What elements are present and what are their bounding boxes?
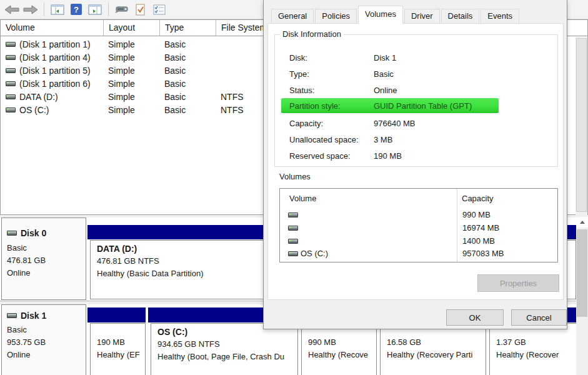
- tab-general[interactable]: General: [271, 9, 314, 24]
- partition-recovery-3[interactable]: 1.37 GB Healthy (Recover: [489, 323, 588, 375]
- info-row-partition-style: Partition style: GUID Partition Table (G…: [275, 98, 557, 113]
- column-header-volume: Volume: [289, 194, 316, 203]
- info-row-type: Type: Basic: [275, 66, 557, 81]
- volume-capacity: 16974 MB: [462, 223, 499, 232]
- info-row-disk: Disk: Disk 1: [275, 50, 557, 65]
- back-icon[interactable]: [2, 1, 21, 18]
- volume-name: DATA (D:): [19, 92, 58, 102]
- volume-layout: Simple: [104, 66, 160, 76]
- volume-capacity: 957083 MB: [462, 249, 504, 258]
- disk-type: Basic: [7, 242, 86, 254]
- forward-icon[interactable]: [21, 1, 40, 18]
- hdd-icon: [6, 42, 16, 47]
- tab-policies[interactable]: Policies: [315, 9, 357, 24]
- volume-type: Basic: [160, 39, 216, 49]
- partition-status: Healthy (EF: [97, 349, 145, 361]
- cancel-button[interactable]: Cancel: [511, 309, 567, 326]
- disk-tool-icon[interactable]: [112, 1, 131, 18]
- partition-status: Healthy (Recovery Parti: [387, 349, 486, 361]
- volume-type: Basic: [160, 52, 216, 62]
- disk-status: Online: [7, 349, 86, 361]
- info-label: Disk:: [289, 53, 374, 62]
- scroll-up-icon[interactable]: [576, 217, 588, 228]
- volume-layout: Simple: [104, 52, 160, 62]
- column-header-type[interactable]: Type: [160, 20, 216, 36]
- volume-type: Basic: [160, 79, 216, 89]
- volume-name: (Disk 1 partition 4): [19, 52, 91, 62]
- hdd-icon: [288, 239, 298, 244]
- partition-recovery-2[interactable]: 16.58 GB Healthy (Recovery Parti: [380, 323, 486, 375]
- hdd-icon: [6, 68, 16, 73]
- volume-list-scrollbar[interactable]: [576, 37, 587, 215]
- volume-layout: Simple: [104, 105, 160, 115]
- partition-size: 934.65 GB NTFS: [157, 338, 297, 351]
- volume-name: (Disk 1 partition 6): [19, 79, 91, 89]
- volume-capacity: 990 MB: [462, 210, 491, 219]
- info-value: Online: [374, 86, 397, 95]
- info-label: Type:: [289, 69, 374, 79]
- partition-os-c[interactable]: OS (C:) 934.65 GB NTFS Healthy (Boot, Pa…: [151, 323, 298, 375]
- disk-name: Disk 1: [21, 311, 46, 321]
- info-label: Status:: [289, 86, 374, 95]
- checklist-icon[interactable]: [150, 1, 169, 18]
- show-console-tree-icon[interactable]: [48, 1, 67, 18]
- column-header-layout[interactable]: Layout: [104, 20, 160, 36]
- show-action-pane-icon[interactable]: [86, 1, 104, 18]
- hdd-icon: [288, 212, 298, 218]
- volume-name: OS (C:): [19, 105, 49, 115]
- hdd-icon: [288, 251, 298, 256]
- disk0-panel[interactable]: Disk 0 Basic 476.81 GB Online: [1, 218, 86, 300]
- disk-size: 476.81 GB: [7, 254, 86, 267]
- check-document-icon[interactable]: [131, 1, 150, 18]
- disk-status: Online: [7, 267, 86, 279]
- disk-properties-dialog: General Policies Volumes Driver Details …: [263, 0, 567, 329]
- partition-efi[interactable]: 190 MB Healthy (EF: [90, 323, 146, 375]
- volumes-tab-page: Disk Information Disk: Disk 1 Type: Basi…: [267, 23, 564, 300]
- dialog-volume-row[interactable]: 16974 MB: [280, 222, 557, 234]
- disk-icon: [7, 231, 17, 236]
- dialog-volume-row[interactable]: 1400 MB: [280, 235, 557, 248]
- info-label: Partition style:: [289, 101, 374, 111]
- partition-status: Healthy (Boot, Page File, Crash Du: [157, 351, 297, 363]
- volume-layout: Simple: [104, 92, 160, 102]
- tab-events[interactable]: Events: [481, 9, 519, 24]
- tab-driver[interactable]: Driver: [404, 9, 440, 24]
- info-row-capacity: Capacity: 976640 MB: [275, 116, 557, 131]
- partition-size: 990 MB: [308, 336, 376, 349]
- tab-details[interactable]: Details: [441, 9, 480, 24]
- properties-button[interactable]: Properties: [477, 274, 559, 292]
- volume-type: Basic: [160, 66, 216, 76]
- info-value: 976640 MB: [374, 119, 416, 128]
- hdd-icon: [288, 226, 298, 231]
- info-row-unallocated: Unallocated space: 3 MB: [275, 132, 557, 147]
- volume-name: (Disk 1 partition 5): [19, 66, 91, 76]
- partition-status: Healthy (Recove: [308, 349, 376, 361]
- help-icon[interactable]: ?: [67, 1, 86, 18]
- volumes-section-title: Volumes: [279, 172, 311, 181]
- toolbar-separator: [108, 2, 109, 16]
- info-value: 3 MB: [374, 135, 392, 144]
- info-value: Basic: [374, 69, 394, 79]
- tab-volumes[interactable]: Volumes: [358, 6, 403, 24]
- hdd-icon: [6, 94, 16, 99]
- graphical-view-scrollbar[interactable]: [576, 216, 588, 375]
- disk-information-groupbox: Disk Information Disk: Disk 1 Type: Basi…: [274, 34, 558, 167]
- column-header-volume[interactable]: Volume: [1, 20, 104, 36]
- partition-size: 16.58 GB: [387, 336, 486, 349]
- dialog-volume-row[interactable]: OS (C:) 957083 MB: [280, 248, 557, 260]
- info-label: Unallocated space:: [289, 135, 374, 144]
- info-row-status: Status: Online: [275, 82, 557, 98]
- info-row-reserved: Reserved space: 190 MB: [275, 148, 557, 163]
- ok-button[interactable]: OK: [446, 309, 504, 326]
- scrollbar-thumb[interactable]: [577, 229, 587, 317]
- dialog-volume-row[interactable]: 990 MB: [280, 209, 557, 221]
- info-value: Disk 1: [374, 53, 396, 62]
- volume-type: Basic: [160, 92, 216, 102]
- info-label: Capacity:: [289, 119, 374, 128]
- hdd-icon: [6, 108, 16, 112]
- partition-color-bar: [87, 308, 146, 322]
- disk1-panel[interactable]: Disk 1 Basic 953.75 GB Online: [1, 304, 86, 375]
- partition-size: 190 MB: [97, 336, 145, 349]
- partition-recovery-1[interactable]: 990 MB Healthy (Recove: [301, 323, 377, 375]
- volume-name: OS (C:): [301, 249, 328, 258]
